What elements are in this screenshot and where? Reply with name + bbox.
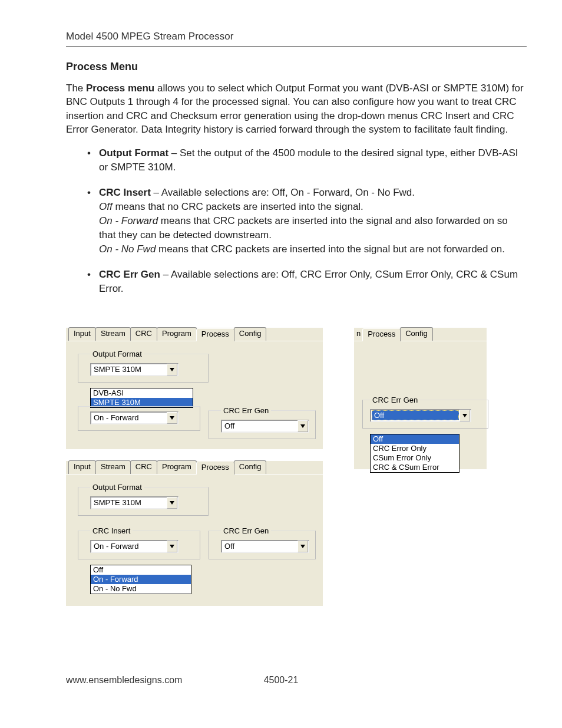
option-on-forward[interactable]: On - Forward: [91, 575, 191, 584]
chevron-down-icon[interactable]: [297, 420, 308, 432]
text: – Available selections are: Off, CRC Err…: [99, 269, 518, 294]
running-head: Model 4500 MPEG Stream Processor: [66, 31, 527, 47]
option-csum-error-only[interactable]: CSum Error Only: [371, 453, 459, 463]
tab-program[interactable]: Program: [157, 460, 197, 474]
crc-insert-select[interactable]: On - Forward: [90, 540, 178, 553]
group-crc-err-gen: CRC Err Gen Off: [209, 526, 316, 559]
panel-lower-left: Input Stream CRC Program Process Config …: [66, 461, 323, 606]
crc-err-gen-select[interactable]: Off: [370, 409, 471, 422]
tab-process[interactable]: Process: [362, 328, 401, 341]
tab-config[interactable]: Config: [400, 327, 433, 341]
tab-stream[interactable]: Stream: [95, 327, 131, 341]
group-label: CRC Insert: [90, 526, 133, 535]
chevron-down-icon[interactable]: [459, 410, 470, 421]
crc-err-gen-options[interactable]: Off CRC Error Only CSum Error Only CRC &…: [370, 434, 459, 473]
text: means that no CRC packets are inserted i…: [113, 201, 363, 212]
text: – Available selections are: Off, On - Fo…: [151, 187, 415, 198]
term: CRC Err Gen: [99, 269, 160, 280]
group-crc-err-gen: CRC Err Gen Off: [209, 406, 316, 439]
group-crc-insert: On - Forward: [78, 406, 200, 431]
group-output-format: Output Format SMPTE 310M DVB-ASI SMPTE 3…: [78, 350, 209, 383]
group-label: CRC Err Gen: [221, 526, 271, 535]
tab-input[interactable]: Input: [68, 327, 96, 341]
group-label: CRC Err Gen: [221, 406, 271, 415]
term-process-menu: Process menu: [86, 83, 154, 94]
output-format-select[interactable]: SMPTE 310M: [90, 363, 178, 376]
panel-right: n Process Config CRC Err Gen Off Off CRC: [354, 328, 487, 469]
crc-insert-options[interactable]: Off On - Forward On - No Fwd: [90, 565, 191, 594]
tab-stream[interactable]: Stream: [95, 460, 131, 474]
tab-program[interactable]: Program: [157, 327, 197, 341]
crc-err-gen-select[interactable]: Off: [221, 540, 309, 553]
crc-err-gen-select[interactable]: Off: [221, 420, 309, 433]
tab-input[interactable]: Input: [68, 460, 96, 474]
option-crc-csum-error[interactable]: CRC & CSum Error: [371, 463, 459, 472]
tab-config[interactable]: Config: [234, 460, 267, 474]
select-value: Off: [372, 410, 459, 420]
term-on-no-fwd: On - No Fwd: [99, 243, 156, 255]
panel-upper-left: Input Stream CRC Program Process Config …: [66, 328, 323, 449]
option-on-no-fwd[interactable]: On - No Fwd: [91, 584, 191, 594]
bullet-crc-insert: CRC Insert – Available selections are: O…: [99, 186, 523, 256]
group-label: Output Format: [90, 350, 144, 358]
option-crc-error-only[interactable]: CRC Error Only: [371, 444, 459, 453]
group-label: CRC Err Gen: [370, 396, 420, 404]
bullet-crc-err-gen: CRC Err Gen – Available selections are: …: [99, 268, 523, 296]
tab-fragment-n: n: [354, 328, 363, 341]
tab-config[interactable]: Config: [234, 327, 267, 341]
chevron-down-icon[interactable]: [167, 541, 177, 552]
tab-crc[interactable]: CRC: [130, 460, 157, 474]
group-label: Output Format: [90, 483, 144, 492]
select-value: On - Forward: [91, 542, 167, 551]
chevron-down-icon[interactable]: [297, 541, 308, 552]
text: means that CRC packets are inserted into…: [156, 243, 505, 255]
group-crc-insert: CRC Insert On - Forward Off On - Forward…: [78, 526, 200, 559]
chevron-down-icon[interactable]: [167, 497, 177, 509]
section-title: Process Menu: [66, 61, 527, 73]
term-on-forward: On - Forward: [99, 215, 158, 226]
term: Output Format: [99, 147, 168, 159]
option-dvb-asi[interactable]: DVB-ASI: [91, 388, 193, 398]
tab-process[interactable]: Process: [196, 328, 234, 341]
intro-paragraph: The Process menu allows you to select wh…: [66, 81, 527, 137]
select-value: On - Forward: [91, 413, 167, 422]
tab-crc[interactable]: CRC: [130, 327, 157, 341]
select-value: Off: [222, 421, 297, 430]
select-value: Off: [222, 542, 297, 551]
select-value: SMPTE 310M: [91, 365, 167, 374]
group-output-format: Output Format SMPTE 310M: [78, 483, 209, 516]
tab-process[interactable]: Process: [196, 462, 234, 475]
text: means that CRC packets are inserted into…: [99, 215, 508, 241]
bullet-list: Output Format – Set the output of the 45…: [66, 146, 527, 296]
select-value: SMPTE 310M: [91, 498, 167, 507]
bullet-output-format: Output Format – Set the output of the 45…: [99, 146, 523, 174]
group-crc-err-gen: CRC Err Gen Off Off CRC Error Only CSum …: [362, 396, 488, 429]
option-off[interactable]: Off: [91, 565, 191, 575]
chevron-down-icon[interactable]: [167, 412, 177, 424]
output-format-select[interactable]: SMPTE 310M: [90, 496, 178, 509]
crc-insert-select[interactable]: On - Forward: [90, 411, 178, 424]
footer-url: www.ensembledesigns.com: [66, 675, 182, 686]
option-off[interactable]: Off: [371, 434, 459, 444]
term-off: Off: [99, 201, 113, 212]
footer-page-number: 4500-21: [264, 675, 299, 686]
text: The: [66, 83, 86, 94]
term: CRC Insert: [99, 187, 151, 198]
chevron-down-icon[interactable]: [167, 364, 177, 375]
